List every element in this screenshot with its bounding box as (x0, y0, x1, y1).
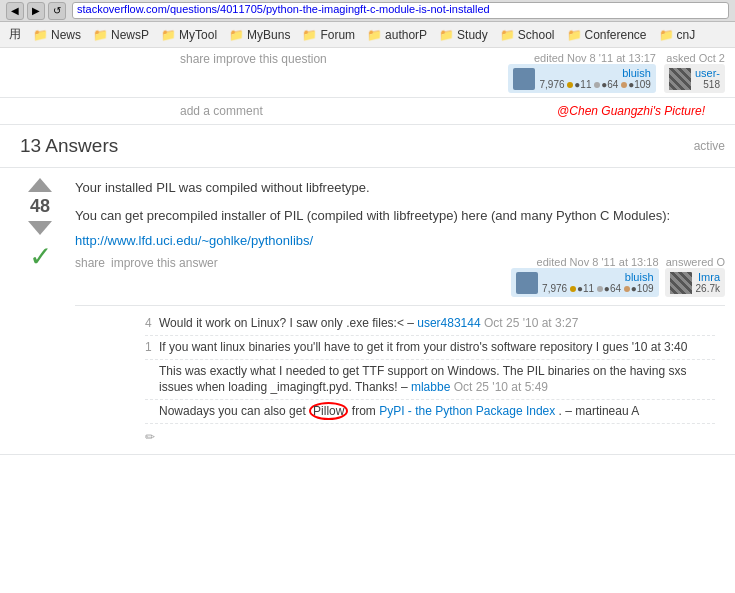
answer-content: Your installed PIL was compiled without … (70, 178, 725, 444)
pencil-icon: ✏ (145, 430, 725, 444)
stackoverflow-page: share improve this question edited Nov 8… (0, 48, 735, 593)
bookmark-authorp[interactable]: 📁 authorP (362, 26, 432, 44)
comment-row: 1 If you want linux binaries you'll have… (145, 336, 715, 360)
answers-count: 13 Answers (20, 135, 118, 157)
folder-icon: 📁 (93, 28, 108, 42)
avatar-user2 (669, 68, 691, 90)
folder-icon: 📁 (567, 28, 582, 42)
bookmark-mytool[interactable]: 📁 MyTool (156, 26, 222, 44)
page-content: share improve this question edited Nov 8… (0, 48, 735, 593)
share-link[interactable]: share (75, 256, 105, 270)
address-bar[interactable]: stackoverflow.com/questions/4011705/pyth… (72, 2, 729, 19)
sort-active-label[interactable]: active (694, 139, 725, 153)
answer-edit-info: edited Nov 8 '11 at 13:18 bluish 7,976 ●… (511, 256, 725, 297)
comment-row: Nowadays you can also get Pillow from Py… (145, 400, 715, 424)
bookmark-news[interactable]: 📁 News (28, 26, 86, 44)
bookmark-cnj[interactable]: 📁 cnJ (654, 26, 701, 44)
bookmark-label: MyBuns (247, 28, 290, 42)
username-imra[interactable]: Imra (696, 271, 720, 283)
bookmark-school[interactable]: 📁 School (495, 26, 560, 44)
comment-time: Oct 25 '10 at 3:27 (484, 316, 578, 330)
answer-user-card-bluish: bluish 7,976 ●11 ●64 ●109 (511, 268, 658, 297)
comment-row: This was exactly what I needed to get TT… (145, 360, 715, 401)
asked-date: asked Oct 2 (664, 52, 725, 64)
bookmark-label: Forum (320, 28, 355, 42)
user-info-imra: Imra 26.7k (696, 271, 720, 294)
bookmark-label: School (518, 28, 555, 42)
folder-icon: 📁 (659, 28, 674, 42)
comment-text: If you want linux binaries you'll have t… (159, 339, 715, 356)
answer-username-bluish[interactable]: bluish (542, 271, 653, 283)
bookmark-label: NewsP (111, 28, 149, 42)
at-mention-text: @Chen Guangzhi's Picture! (557, 104, 705, 118)
folder-icon: 📁 (439, 28, 454, 42)
bookmark-forum[interactable]: 📁 Forum (297, 26, 360, 44)
answer-link-buttons: share improve this answer (75, 256, 218, 270)
comment-text: Nowadays you can also get Pillow from Py… (159, 403, 715, 420)
comment-user[interactable]: mlabbe (411, 380, 450, 394)
user-rep-user2: 518 (695, 79, 720, 90)
bookmark-mybuns[interactable]: 📁 MyBuns (224, 26, 295, 44)
user-info-right: user- 518 (695, 67, 720, 90)
comment-vote: 4 (145, 316, 155, 330)
question-action-area: share improve this question edited Nov 8… (0, 48, 735, 98)
answer-link[interactable]: http://www.lfd.uci.edu/~gohlke/pythonlib… (75, 233, 725, 248)
bookmarks-bar: 用 📁 News 📁 NewsP 📁 MyTool 📁 MyBuns 📁 For… (0, 22, 735, 48)
vote-up-button[interactable] (28, 178, 52, 192)
bookmark-label: Study (457, 28, 488, 42)
bookmark-yong[interactable]: 用 (4, 24, 26, 45)
answer-actions: share improve this answer edited Nov 8 '… (75, 256, 725, 297)
edit-date: edited Nov 8 '11 at 13:17 (508, 52, 655, 64)
answer-user-rep-bluish: 7,976 ●11 ●64 ●109 (542, 283, 653, 294)
avatar-bluish (513, 68, 535, 90)
bookmark-label: MyTool (179, 28, 217, 42)
comment-vote: 1 (145, 340, 155, 354)
answer-text-1: Your installed PIL was compiled without … (75, 178, 725, 198)
bookmark-conference[interactable]: 📁 Conference (562, 26, 652, 44)
answer-text-2: You can get precompiled installer of PIL… (75, 206, 725, 226)
comment-area: add a comment @Chen Guangzhi's Picture! (0, 98, 735, 125)
vote-section: 48 ✓ (10, 178, 70, 444)
user-rep-imra: 26.7k (696, 283, 720, 294)
edit-info: edited Nov 8 '11 at 13:17 bluish 7,976 ●… (508, 52, 725, 93)
accepted-checkmark: ✓ (29, 243, 52, 271)
folder-icon: 📁 (33, 28, 48, 42)
share-improve-text: share improve this question (180, 52, 327, 93)
refresh-button[interactable]: ↺ (48, 2, 66, 20)
vote-count: 48 (30, 196, 50, 217)
answer-item: 48 ✓ Your installed PIL was compiled wit… (0, 168, 735, 455)
comment-time: Oct 25 '10 at 5:49 (454, 380, 548, 394)
improve-link[interactable]: improve this answer (111, 256, 218, 270)
user-card-right: user- 518 (664, 64, 725, 93)
bookmark-label: authorP (385, 28, 427, 42)
folder-icon: 📁 (161, 28, 176, 42)
bookmark-study[interactable]: 📁 Study (434, 26, 493, 44)
answered-label: answered O (665, 256, 725, 268)
user-card-imra: Imra 26.7k (665, 268, 725, 297)
bookmark-label: News (51, 28, 81, 42)
folder-icon: 📁 (367, 28, 382, 42)
comment-user[interactable]: user483144 (417, 316, 480, 330)
username-user2[interactable]: user- (695, 67, 720, 79)
bookmark-label: cnJ (677, 28, 696, 42)
pillow-highlight: Pillow (309, 402, 348, 420)
answer-edit-date: edited Nov 8 '11 at 13:18 (511, 256, 658, 268)
add-comment-link[interactable]: add a comment (180, 104, 263, 118)
vote-down-button[interactable] (28, 221, 52, 235)
pypi-link[interactable]: PyPI - the Python Package Index (379, 404, 555, 418)
folder-icon: 📁 (302, 28, 317, 42)
comment-text: This was exactly what I needed to get TT… (159, 363, 715, 397)
comment-row: 4 Would it work on Linux? I saw only .ex… (145, 312, 715, 336)
bookmark-label: 用 (9, 26, 21, 43)
username-bluish[interactable]: bluish (539, 67, 650, 79)
nav-buttons: ◀ ▶ ↺ (6, 2, 66, 20)
folder-icon: 📁 (500, 28, 515, 42)
bookmark-newsp[interactable]: 📁 NewsP (88, 26, 154, 44)
avatar-answer-bluish (516, 272, 538, 294)
back-button[interactable]: ◀ (6, 2, 24, 20)
answer-user-info-bluish: bluish 7,976 ●11 ●64 ●109 (542, 271, 653, 294)
forward-button[interactable]: ▶ (27, 2, 45, 20)
bookmark-label: Conference (585, 28, 647, 42)
user-card-bluish: bluish 7,976 ●11 ●64 ●109 (508, 64, 655, 93)
folder-icon: 📁 (229, 28, 244, 42)
